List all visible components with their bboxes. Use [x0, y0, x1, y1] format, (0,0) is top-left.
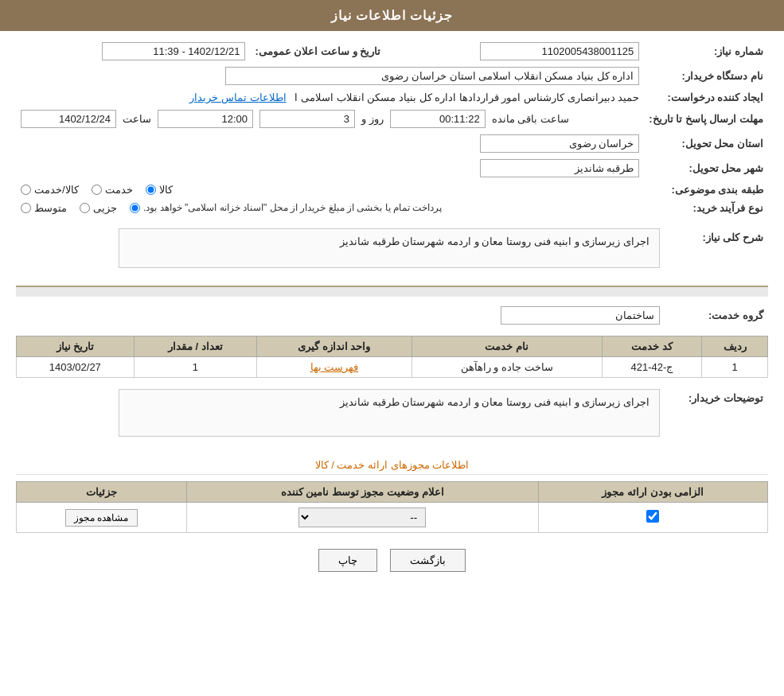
announce-datetime-label: تاریخ و ساعت اعلان عمومی:	[250, 39, 385, 64]
buyer-desc-table: توضیحات خریدار: اجرای زیرسازی و ابنیه فن…	[16, 386, 768, 446]
buyer-desc-text: اجرای زیرسازی و ابنیه فنی روستا معان و ا…	[129, 396, 649, 408]
need-description-value: اجرای زیرسازی و ابنیه فنی روستا معان و ا…	[16, 225, 665, 278]
perm-col-details: جزئیات	[17, 482, 187, 503]
perm-required-checkbox[interactable]	[646, 510, 659, 523]
radio-jozi-label: جزیی	[93, 202, 117, 214]
service-group-box: ساختمان	[501, 306, 660, 325]
buyer-desc-label: توضیحات خریدار:	[665, 386, 768, 446]
delivery-province-value: خراسان رضوی	[16, 131, 644, 156]
page-header: جزئیات اطلاعات نیاز	[0, 0, 784, 31]
buyer-org-value: اداره کل بنیاد مسکن انقلاب اسلامی استان …	[16, 64, 644, 88]
deadline-remaining-box: 00:11:22	[390, 110, 486, 128]
view-perm-button[interactable]: مشاهده مجوز	[65, 509, 137, 527]
perm-status-cell: --	[186, 503, 538, 533]
bottom-buttons: بازگشت چاپ	[16, 549, 768, 572]
col-header-qty: تعداد / مقدار	[134, 336, 256, 357]
radio-kala-khedmat-label: کالا/خدمت	[34, 184, 79, 196]
cell-date: 1403/02/27	[17, 357, 135, 378]
permissions-table: الزامی بودن ارائه مجوز اعلام وضعیت مجوز …	[16, 481, 768, 533]
radio-kala: کالا	[146, 184, 173, 196]
need-desc-table: شرح کلی نیاز: اجرای زیرسازی و ابنیه فنی …	[16, 225, 768, 278]
delivery-city-value: طرقبه شاندیز	[16, 156, 644, 181]
radio-purchase-default: پرداخت تمام یا بخشی از مبلغ خریدار از مح…	[130, 202, 442, 213]
permissions-header: اطلاعات مجوزهای ارائه خدمت / کالا	[16, 459, 768, 475]
radio-kala-input[interactable]	[146, 185, 156, 195]
radio-motoset-input[interactable]	[21, 203, 31, 213]
delivery-province-box: خراسان رضوی	[480, 134, 639, 153]
category-value: کالا/خدمت خدمت کالا	[16, 181, 644, 199]
radio-kala-khedmat: کالا/خدمت	[21, 184, 79, 196]
perm-required-cell	[538, 503, 767, 533]
col-header-date: تاریخ نیاز	[17, 336, 135, 357]
permissions-section: اطلاعات مجوزهای ارائه خدمت / کالا الزامی…	[16, 459, 768, 533]
requester-value: حمید دبیرانصاری کارشناس امور قراردادها ا…	[16, 88, 644, 107]
radio-jozi-input[interactable]	[80, 203, 90, 213]
services-data-table: ردیف کد خدمت نام خدمت واحد اندازه گیری ت…	[16, 336, 768, 378]
remaining-label: ساعت باقی مانده	[492, 113, 569, 125]
radio-motoset: متوسط	[21, 202, 67, 214]
perm-col-required: الزامی بودن ارائه مجوز	[538, 482, 767, 503]
need-description-text: اجرای زیرسازی و ابنیه فنی روستا معان و ا…	[129, 235, 649, 247]
service-group-label: گروه خدمت:	[665, 303, 768, 328]
buyer-org-label: نام دستگاه خریدار:	[644, 64, 768, 88]
service-group-table: گروه خدمت: ساختمان	[16, 303, 768, 328]
need-number-box: 1102005438001125	[480, 42, 639, 60]
deadline-row: 1402/12/24 ساعت 12:00 3 روز و 00:11:22 س…	[16, 107, 644, 131]
deadline-date-box: 1402/12/24	[21, 110, 116, 128]
perm-row: -- مشاهده مجوز	[17, 503, 768, 533]
back-button[interactable]: بازگشت	[390, 549, 466, 572]
radio-kala-label: کالا	[159, 184, 173, 196]
requester-contact-link[interactable]: اطلاعات تماس خریدار	[189, 91, 286, 103]
radio-khedmat-label: خدمت	[105, 184, 133, 196]
purchase-type-label: نوع فرآیند خرید:	[644, 199, 768, 217]
main-content: شماره نیاز: 1102005438001125 تاریخ و ساع…	[0, 31, 784, 588]
perm-details-cell: مشاهده مجوز	[17, 503, 187, 533]
time-label: ساعت	[123, 113, 151, 125]
purchase-type-value: متوسط جزیی پرداخت تمام یا بخشی از مبلغ خ…	[16, 199, 644, 217]
deadline-time-box: 12:00	[158, 110, 253, 128]
cell-name: ساخت جاده و راهآهن	[412, 357, 602, 378]
need-number-value: 1102005438001125	[385, 39, 644, 64]
services-section-title	[16, 286, 768, 297]
perm-status-select[interactable]: --	[298, 507, 426, 527]
radio-motoset-label: متوسط	[34, 202, 67, 214]
cell-qty: 1	[134, 357, 256, 378]
col-header-unit: واحد اندازه گیری	[257, 336, 412, 357]
need-description-label: شرح کلی نیاز:	[665, 225, 768, 278]
radio-khedmat-input[interactable]	[92, 185, 102, 195]
announce-datetime-value: 1402/12/21 - 11:39	[16, 39, 250, 64]
cell-row: 1	[702, 357, 768, 378]
category-label: طبقه بندی موضوعی:	[644, 181, 768, 199]
radio-purchase-default-input[interactable]	[130, 203, 140, 213]
radio-jozi: جزیی	[80, 202, 117, 214]
page-wrapper: جزئیات اطلاعات نیاز شماره نیاز: 11020054…	[0, 0, 784, 696]
requester-label: ایجاد کننده درخواست:	[644, 88, 768, 107]
page-title: جزئیات اطلاعات نیاز	[331, 9, 454, 22]
col-header-name: نام خدمت	[412, 336, 602, 357]
print-button[interactable]: چاپ	[318, 549, 377, 572]
delivery-city-box: طرقبه شاندیز	[480, 159, 639, 177]
deadline-label: مهلت ارسال پاسخ تا تاریخ:	[644, 107, 768, 131]
requester-name: حمید دبیرانصاری کارشناس امور قراردادها ا…	[294, 91, 639, 103]
perm-col-status: اعلام وضعیت مجوز توسط نامین کننده	[186, 482, 538, 503]
table-row: 1 ج-42-421 ساخت جاده و راهآهن فهرست بها …	[17, 357, 768, 378]
delivery-province-label: استان محل تحویل:	[644, 131, 768, 156]
cell-code: ج-42-421	[602, 357, 702, 378]
radio-kala-khedmat-input[interactable]	[21, 185, 31, 195]
buyer-desc-value: اجرای زیرسازی و ابنیه فنی روستا معان و ا…	[16, 386, 665, 446]
deadline-days-box: 3	[259, 110, 355, 128]
announce-datetime-box: 1402/12/21 - 11:39	[102, 42, 245, 60]
cell-unit[interactable]: فهرست بها	[257, 357, 412, 378]
delivery-city-label: شهر محل تحویل:	[644, 156, 768, 181]
col-header-code: کد خدمت	[602, 336, 702, 357]
radio-purchase-desc: پرداخت تمام یا بخشی از مبلغ خریدار از مح…	[143, 202, 442, 213]
info-table: شماره نیاز: 1102005438001125 تاریخ و ساع…	[16, 39, 768, 217]
day-label: روز و	[361, 113, 384, 125]
buyer-org-box: اداره کل بنیاد مسکن انقلاب اسلامی استان …	[225, 67, 639, 85]
radio-khedmat: خدمت	[92, 184, 133, 196]
col-header-row: ردیف	[702, 336, 768, 357]
service-group-value: ساختمان	[16, 303, 665, 328]
need-number-label: شماره نیاز:	[644, 39, 768, 64]
